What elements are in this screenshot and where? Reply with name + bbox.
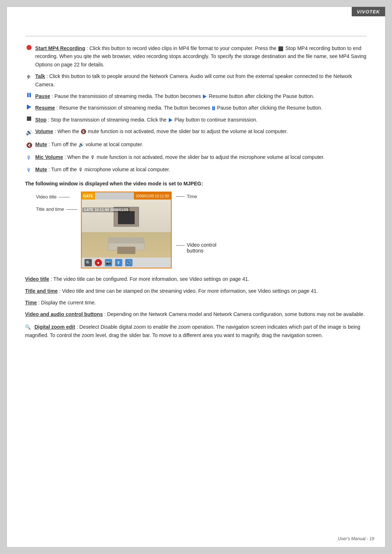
mjpeg-section: The following window is displayed when t… xyxy=(25,181,367,268)
rec-ctrl-icon[interactable]: ● xyxy=(95,259,102,266)
list-item: 🎙 Mute : Turn off the 🎙 microphone volum… xyxy=(25,165,367,174)
stop-label: Stop xyxy=(35,117,46,123)
video-control-label: Video control buttons xyxy=(187,242,216,254)
time-diagram-label: Time xyxy=(187,194,197,199)
resume-inline-icon xyxy=(203,94,207,99)
list-item: Resume : Resume the transmission of stre… xyxy=(25,104,367,112)
list-item: 🗣 Talk : Click this button to talk to pe… xyxy=(25,72,367,89)
zoom-desc-icon: 🔍 xyxy=(25,323,32,331)
volume-label: Volume xyxy=(35,128,53,134)
volume-icon: 🔊 xyxy=(25,128,33,137)
mic-volume-icon: 🎙 xyxy=(25,154,33,162)
mjpeg-heading: The following window is displayed when t… xyxy=(25,181,367,186)
item-text: Start MP4 Recording : Click this button … xyxy=(35,44,367,69)
item-text: Pause : Pause the transmission of stream… xyxy=(35,92,314,100)
top-divider xyxy=(25,36,367,36)
video-image-area: GATE 10:11:50 2008/01/09 xyxy=(82,200,171,258)
video-title-desc: Video title : The video title can be con… xyxy=(25,275,367,283)
item-text: Talk : Click this button to talk to peop… xyxy=(35,72,367,89)
list-item: Stop : Stop the transmission of streamin… xyxy=(25,116,367,124)
time-desc-label: Time xyxy=(25,300,37,305)
list-item: 🔊 Volume : When the 🔇 mute function is n… xyxy=(25,127,367,137)
brand-label: VIVOTEK xyxy=(357,9,380,15)
record-icon xyxy=(25,45,33,50)
footer-note: User's Manual - 19 xyxy=(338,536,374,541)
mute-label: Mute xyxy=(35,141,47,147)
title-time-desc: Title and time : Video title and time ca… xyxy=(25,287,367,295)
volume-inline-icon: 🔊 xyxy=(78,142,84,147)
cam-ctrl-icon[interactable]: 📷 xyxy=(105,259,112,266)
item-text: Resume : Resume the transmission of stre… xyxy=(35,104,322,112)
video-mock-container: GATE 2008/01/09 10:11:50 xyxy=(81,192,172,268)
mic-ctrl-icon[interactable]: 🎙 xyxy=(115,259,122,266)
video-audio-desc: Video and audio control buttons : Depend… xyxy=(25,310,367,318)
item-text: Mute : Turn off the 🎙 microphone volume … xyxy=(35,165,170,174)
item-text: Mute : Turn off the 🔊 volume at local co… xyxy=(35,140,143,149)
mute-inline-icon: 🔇 xyxy=(81,129,86,134)
mic-mute-icon: 🎙 xyxy=(25,166,33,174)
mic-mute-inline-icon: 🎙 xyxy=(90,155,95,160)
video-controls-bar: 🔍 ● 📷 🎙 🔊 xyxy=(82,258,171,268)
mic-mute-label: Mute xyxy=(35,167,47,172)
video-time-tag: 2008/01/09 10:11:50 xyxy=(134,192,171,200)
list-item: Pause : Pause the transmission of stream… xyxy=(25,92,367,100)
stop-mp4-icon xyxy=(278,46,283,51)
talk-label: Talk xyxy=(35,73,45,79)
mic-volume-label: Mic Volume xyxy=(35,154,63,160)
resume-label: Resume xyxy=(35,105,55,111)
item-text: Volume : When the 🔇 mute function is not… xyxy=(35,127,288,136)
digital-zoom-desc: 🔍 Digital zoom edit : Deselect Disable d… xyxy=(25,322,367,339)
diagram-labels-right: Time Video control buttons xyxy=(176,192,216,254)
title-time-desc-label: Title and time xyxy=(25,288,58,294)
video-title-diagram-label: Video title xyxy=(36,194,57,200)
descriptions-section: Video title : The video title can be con… xyxy=(25,275,367,339)
digital-zoom-desc-label: Digital zoom edit xyxy=(34,324,75,330)
header-bar: VIVOTEK xyxy=(352,7,385,16)
fireplace-inner xyxy=(118,211,135,224)
list-item: 🔇 Mute : Turn off the 🔊 volume at local … xyxy=(25,140,367,149)
mute-icon: 🔇 xyxy=(25,141,33,149)
video-audio-desc-text: : Depending on the Network Camera model … xyxy=(104,311,365,317)
mic-inline-icon: 🎙 xyxy=(78,167,83,172)
play-inline-icon xyxy=(169,118,172,122)
pause-inline-icon xyxy=(212,106,215,110)
video-title-tag: GATE xyxy=(82,192,95,200)
digital-zoom-desc-text: : Deselect Disable digital zoom to enabl… xyxy=(25,324,360,338)
start-mp4-label: Start MP4 Recording xyxy=(35,45,85,51)
video-top-bar: GATE 2008/01/09 10:11:50 xyxy=(82,192,171,200)
page-wrapper: VIVOTEK Start MP4 Recording : Click this… xyxy=(7,7,385,547)
video-title-desc-text: : The video title can be configured. For… xyxy=(51,276,249,282)
pause-label: Pause xyxy=(35,93,50,99)
diagram-labels-left: Video title Title and time xyxy=(36,192,77,213)
talk-icon: 🗣 xyxy=(25,73,33,81)
time-desc: Time : Display the current time. xyxy=(25,299,367,307)
title-time-diagram-label: Title and time xyxy=(36,206,64,213)
time-desc-text: : Display the current time. xyxy=(38,300,96,305)
table-center xyxy=(117,247,135,254)
item-text: Mic Volume : When the 🎙 mute function is… xyxy=(35,153,324,161)
spk-ctrl-icon[interactable]: 🔊 xyxy=(125,259,132,266)
stop-icon xyxy=(25,116,33,121)
pause-icon xyxy=(25,93,33,97)
list-item: Start MP4 Recording : Click this button … xyxy=(25,44,367,69)
sofa-back xyxy=(109,238,144,243)
video-audio-desc-label: Video and audio control buttons xyxy=(25,311,103,317)
video-mock: GATE 2008/01/09 10:11:50 xyxy=(81,192,172,268)
video-title-desc-label: Video title xyxy=(25,276,49,282)
item-text: Stop : Stop the transmission of streamin… xyxy=(35,116,257,124)
list-item: 🎙 Mic Volume : When the 🎙 mute function … xyxy=(25,153,367,162)
zoom-ctrl-icon[interactable]: 🔍 xyxy=(85,259,92,266)
resume-icon xyxy=(25,104,33,110)
video-overlay-text: GATE 10:11:50 2008/01/09 xyxy=(82,208,130,212)
diagram-area: Video title Title and time GATE 2008/01/… xyxy=(36,192,367,268)
title-time-desc-text: : Video title and time can be stamped on… xyxy=(59,288,318,294)
